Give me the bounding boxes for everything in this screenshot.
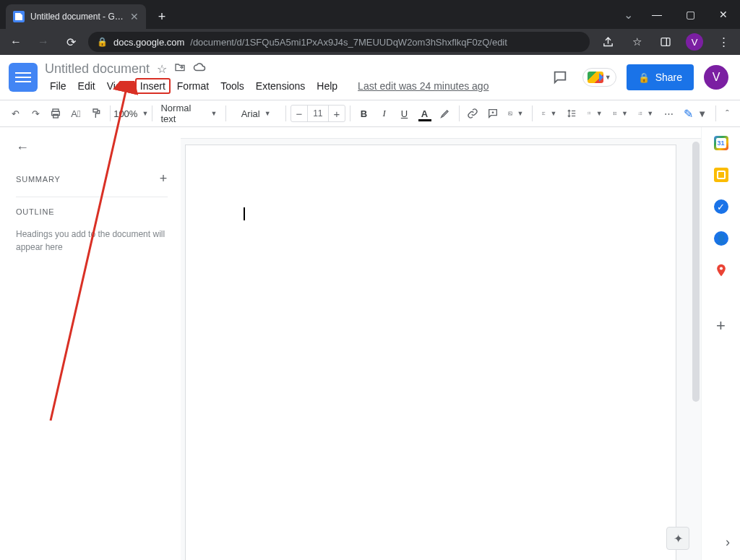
- doc-title[interactable]: Untitled document: [45, 61, 150, 77]
- font-size-control: − 11 +: [291, 105, 345, 122]
- explore-button[interactable]: ✦: [666, 527, 689, 550]
- menu-tools[interactable]: Tools: [215, 78, 249, 94]
- font-select[interactable]: Arial▼: [231, 104, 281, 123]
- zoom-value: 100%: [113, 108, 137, 119]
- nav-back-button[interactable]: ←: [6, 32, 26, 52]
- add-comment-button[interactable]: [483, 104, 502, 123]
- horizontal-ruler[interactable]: [181, 127, 701, 139]
- document-canvas[interactable]: [181, 127, 701, 560]
- tab-search-icon[interactable]: ⌄: [616, 3, 640, 26]
- line-spacing-button[interactable]: [562, 104, 581, 123]
- paragraph-style-select[interactable]: Normal text▼: [156, 104, 221, 123]
- paint-format-button[interactable]: [87, 104, 106, 123]
- window-controls: ⌄ ― ▢ ✕: [616, 0, 740, 29]
- chevron-down-icon: ▼: [264, 110, 271, 117]
- svg-point-27: [719, 267, 722, 270]
- side-panel-rail: 31 ✓ 👤 +: [701, 127, 740, 560]
- outline-heading: OUTLINE: [16, 207, 168, 216]
- undo-button[interactable]: ↶: [6, 104, 25, 123]
- new-tab-button[interactable]: +: [152, 7, 172, 27]
- underline-button[interactable]: U: [395, 104, 414, 123]
- docs-logo-icon[interactable]: [9, 63, 38, 92]
- show-side-panel-button[interactable]: ›: [726, 535, 730, 550]
- zoom-select[interactable]: 100%▼: [115, 104, 147, 123]
- outline-collapse-button[interactable]: ←: [16, 140, 168, 155]
- menu-view[interactable]: View: [102, 78, 134, 94]
- account-avatar[interactable]: V: [704, 65, 728, 90]
- comment-history-icon[interactable]: [548, 65, 572, 90]
- insert-link-button[interactable]: [463, 104, 482, 123]
- menu-help[interactable]: Help: [311, 78, 343, 94]
- font-size-increase[interactable]: +: [329, 108, 345, 120]
- formatting-toolbar: ↶ ↷ Aͯ 100%▼ Normal text▼ Arial▼ − 11 + …: [0, 100, 740, 127]
- menu-edit[interactable]: Edit: [73, 78, 100, 94]
- italic-button[interactable]: I: [375, 104, 394, 123]
- keep-icon[interactable]: [714, 168, 728, 182]
- hide-menus-button[interactable]: ˆ: [720, 108, 734, 119]
- style-value: Normal text: [160, 103, 206, 124]
- side-panel-icon[interactable]: [655, 32, 676, 52]
- tab-close-icon[interactable]: ✕: [130, 11, 139, 22]
- more-tools-button[interactable]: ⋯: [659, 104, 678, 123]
- chrome-menu-icon[interactable]: ⋮: [713, 32, 734, 52]
- svg-point-17: [614, 113, 614, 114]
- omnibox[interactable]: 🔒 docs.google.com/document/d/1SFQu5A5mi1…: [88, 32, 590, 52]
- text-color-button[interactable]: A: [416, 104, 434, 123]
- divider: [16, 197, 168, 197]
- spellcheck-button[interactable]: Aͯ: [66, 104, 85, 123]
- highlight-color-button[interactable]: [436, 104, 455, 123]
- last-edit-link[interactable]: Last edit was 24 minutes ago: [353, 78, 494, 94]
- outline-panel: ← SUMMARY + OUTLINE Headings you add to …: [0, 127, 181, 560]
- numbered-list-button[interactable]: 123▼: [634, 104, 658, 123]
- svg-text:3: 3: [638, 113, 640, 115]
- menu-insert[interactable]: Insert: [135, 78, 171, 94]
- get-addons-button[interactable]: +: [716, 316, 726, 335]
- window-minimize-button[interactable]: ―: [640, 3, 674, 26]
- meet-button[interactable]: ▼: [582, 68, 616, 87]
- vertical-scrollbar[interactable]: [692, 142, 700, 402]
- maps-icon[interactable]: [714, 263, 728, 277]
- window-close-button[interactable]: ✕: [707, 3, 740, 26]
- calendar-icon[interactable]: 31: [714, 136, 728, 150]
- cloud-status-icon[interactable]: [193, 61, 206, 77]
- docs-favicon: [13, 11, 25, 22]
- bookmark-star-icon[interactable]: ☆: [626, 32, 648, 52]
- bold-button[interactable]: B: [355, 104, 374, 123]
- lock-icon: 🔒: [638, 72, 650, 83]
- share-button[interactable]: 🔒 Share: [627, 64, 694, 90]
- align-button[interactable]: ▼: [537, 104, 561, 123]
- nav-reload-button[interactable]: ⟳: [61, 32, 81, 52]
- browser-tab[interactable]: Untitled document - Google Doc ✕: [6, 4, 146, 29]
- checklist-button[interactable]: ▼: [582, 104, 606, 123]
- outline-empty-hint: Headings you add to the document will ap…: [16, 228, 168, 254]
- nav-forward-button[interactable]: →: [33, 32, 53, 52]
- contacts-icon[interactable]: 👤: [714, 231, 728, 246]
- font-size-input[interactable]: 11: [307, 105, 329, 121]
- menu-format[interactable]: Format: [172, 78, 214, 94]
- share-label: Share: [655, 72, 682, 83]
- print-button[interactable]: [46, 104, 65, 123]
- google-docs-app: Untitled document ☆ File Edit View Inser…: [0, 55, 740, 560]
- add-summary-button[interactable]: +: [160, 171, 168, 186]
- star-icon[interactable]: ☆: [157, 62, 167, 76]
- svg-point-19: [614, 114, 614, 115]
- menu-extensions[interactable]: Extensions: [251, 78, 310, 94]
- menu-bar: File Edit View Insert Format Tools Exten…: [45, 78, 494, 94]
- insert-image-button[interactable]: ▼: [504, 104, 528, 123]
- menu-file[interactable]: File: [45, 78, 72, 94]
- share-page-icon[interactable]: [597, 32, 619, 52]
- document-page[interactable]: [185, 145, 676, 560]
- redo-button[interactable]: ↷: [26, 104, 45, 123]
- move-icon[interactable]: [174, 61, 186, 76]
- chevron-down-icon: ▼: [211, 110, 218, 117]
- workspace: ← SUMMARY + OUTLINE Headings you add to …: [0, 127, 740, 560]
- chevron-down-icon: ▼: [596, 110, 603, 117]
- window-maximize-button[interactable]: ▢: [674, 3, 707, 26]
- profile-avatar[interactable]: V: [684, 32, 705, 52]
- bulleted-list-button[interactable]: ▼: [608, 104, 632, 123]
- tasks-icon[interactable]: ✓: [714, 199, 728, 214]
- font-size-decrease[interactable]: −: [291, 108, 307, 120]
- editing-mode-button[interactable]: ✎ ▼: [679, 105, 711, 123]
- browser-address-bar: ← → ⟳ 🔒 docs.google.com/document/d/1SFQu…: [0, 29, 740, 55]
- doc-header: Untitled document ☆ File Edit View Inser…: [0, 55, 740, 94]
